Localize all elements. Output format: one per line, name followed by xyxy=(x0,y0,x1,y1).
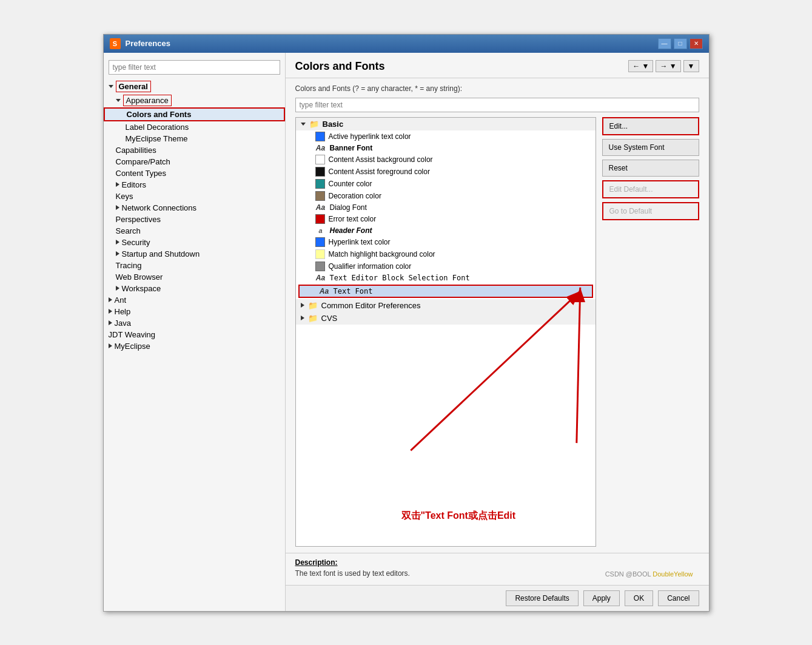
sidebar: General Appearance Colors and Fonts Labe… xyxy=(104,53,286,611)
category-label: Common Editor Preferences xyxy=(321,301,421,310)
scroll-left-btn[interactable]: ◀ xyxy=(296,546,304,547)
sidebar-search-input[interactable] xyxy=(109,60,280,75)
maximize-button[interactable]: □ xyxy=(674,38,687,49)
sidebar-item-keys[interactable]: Keys xyxy=(104,191,285,202)
sidebar-item-label-decorations[interactable]: Label Decorations xyxy=(104,121,285,133)
fonts-tree-inner[interactable]: 📁 Basic Active hyperlink text color Aa xyxy=(296,118,596,546)
sidebar-item-label: Content Types xyxy=(116,169,167,178)
back-button[interactable]: ← ▼ xyxy=(628,60,653,72)
font-text-selected[interactable]: Aa Text Font xyxy=(298,285,593,298)
sidebar-item-java[interactable]: Java xyxy=(104,317,285,329)
main-header: Colors and Fonts ← ▼ → ▼ ▼ xyxy=(286,53,709,78)
preferences-window: S Preferences — □ ✕ General Appearance xyxy=(103,34,710,612)
go-to-default-button[interactable]: Go to Default xyxy=(602,202,699,220)
font-banner[interactable]: Aa Banner Font xyxy=(296,143,596,154)
sidebar-item-ant[interactable]: Ant xyxy=(104,294,285,306)
color-preview xyxy=(315,191,325,201)
menu-button[interactable]: ▼ xyxy=(683,60,699,72)
sidebar-item-label: Ant xyxy=(115,295,127,305)
font-search-input[interactable] xyxy=(295,98,699,112)
main-panel: Colors and Fonts ← ▼ → ▼ ▼ Colors and Fo… xyxy=(286,53,709,611)
item-label: Header Font xyxy=(330,226,372,235)
category-label: Basic xyxy=(323,120,344,129)
forward-button[interactable]: → ▼ xyxy=(656,60,680,72)
minimize-button[interactable]: — xyxy=(658,38,671,49)
color-preview xyxy=(315,262,325,271)
item-label: Error text color xyxy=(329,215,377,223)
sidebar-item-label: MyEclipse Theme xyxy=(126,134,188,143)
sidebar-item-tracing[interactable]: Tracing xyxy=(104,260,285,271)
sidebar-item-myeclipse-theme[interactable]: MyEclipse Theme xyxy=(104,133,285,144)
sidebar-item-search[interactable]: Search xyxy=(104,225,285,237)
folder-icon: 📁 xyxy=(309,120,319,129)
sidebar-item-network[interactable]: Network Connections xyxy=(104,202,285,214)
item-label: Match highlight background color xyxy=(329,250,435,258)
sidebar-item-capabilities[interactable]: Capabilities xyxy=(104,144,285,156)
sidebar-item-web-browser[interactable]: Web Browser xyxy=(104,271,285,283)
font-type-icon: a xyxy=(315,227,326,234)
color-active-hyperlink[interactable]: Active hyperlink text color xyxy=(296,130,596,143)
color-preview xyxy=(315,132,325,141)
restore-defaults-button[interactable]: Restore Defaults xyxy=(506,590,578,606)
sidebar-item-label: Security xyxy=(122,238,150,247)
action-buttons: Edit... Use System Font Reset Edit Defau… xyxy=(602,117,699,547)
use-system-font-button[interactable]: Use System Font xyxy=(602,139,699,156)
sidebar-item-colors-fonts[interactable]: Colors and Fonts xyxy=(104,107,285,121)
description-heading: Description: xyxy=(295,558,699,567)
reset-button[interactable]: Reset xyxy=(602,160,699,177)
item-label: Active hyperlink text color xyxy=(329,132,411,141)
fonts-tree-panel: 📁 Basic Active hyperlink text color Aa xyxy=(295,117,596,547)
sidebar-item-startup[interactable]: Startup and Shutdown xyxy=(104,248,285,260)
sidebar-item-editors[interactable]: Editors xyxy=(104,179,285,191)
color-decoration[interactable]: Decoration color xyxy=(296,190,596,202)
sidebar-item-jdt-weaving[interactable]: JDT Weaving xyxy=(104,329,285,340)
scroll-right-btn[interactable]: ▶ xyxy=(587,546,596,547)
item-label: Text Editor Block Selection Font xyxy=(330,274,470,282)
color-counter[interactable]: Counter color xyxy=(296,178,596,190)
expand-icon xyxy=(109,309,112,314)
content-area: General Appearance Colors and Fonts Labe… xyxy=(104,53,709,611)
cancel-button[interactable]: Cancel xyxy=(658,590,699,606)
expand-icon xyxy=(109,85,113,88)
apply-button[interactable]: Apply xyxy=(583,590,620,606)
expand-icon xyxy=(116,286,119,291)
font-header[interactable]: a Header Font xyxy=(296,225,596,236)
color-content-assist-bg[interactable]: Content Assist background color xyxy=(296,154,596,166)
color-content-assist-fg[interactable]: Content Assist foreground color xyxy=(296,166,596,178)
cvs-category[interactable]: 📁 CVS xyxy=(296,312,596,325)
sidebar-item-security[interactable]: Security xyxy=(104,237,285,248)
edit-default-button[interactable]: Edit Default... xyxy=(602,180,699,198)
horizontal-scrollbar[interactable]: ◀ ▶ xyxy=(296,546,596,547)
sidebar-item-compare-patch[interactable]: Compare/Patch xyxy=(104,156,285,167)
color-qualifier[interactable]: Qualifier information color xyxy=(296,260,596,272)
expand-icon xyxy=(109,343,112,348)
sidebar-item-perspectives[interactable]: Perspectives xyxy=(104,214,285,225)
sidebar-item-workspace[interactable]: Workspace xyxy=(104,283,285,294)
sidebar-item-help[interactable]: Help xyxy=(104,306,285,317)
basic-category[interactable]: 📁 Basic xyxy=(296,118,596,130)
color-preview xyxy=(315,155,325,164)
category-expand-icon xyxy=(301,123,306,126)
sidebar-item-label: Compare/Patch xyxy=(116,157,170,166)
close-button[interactable]: ✕ xyxy=(690,38,703,49)
sidebar-item-label: JDT Weaving xyxy=(109,330,156,339)
edit-button[interactable]: Edit... xyxy=(602,117,699,135)
color-hyperlink[interactable]: Hyperlink text color xyxy=(296,236,596,248)
font-text-editor-block[interactable]: Aa Text Editor Block Selection Font xyxy=(296,272,596,283)
ok-button[interactable]: OK xyxy=(625,590,653,606)
category-expand-icon xyxy=(301,316,304,320)
main-body: Colors and Fonts (? = any character, * =… xyxy=(286,78,709,553)
color-match-highlight[interactable]: Match highlight background color xyxy=(296,248,596,260)
color-error[interactable]: Error text color xyxy=(296,213,596,225)
sidebar-item-label: Tracing xyxy=(116,261,142,270)
item-label: Dialog Font xyxy=(330,203,367,212)
common-editor-category[interactable]: 📁 Common Editor Preferences xyxy=(296,299,596,312)
panel-title: Colors and Fonts xyxy=(295,60,385,73)
sidebar-item-content-types[interactable]: Content Types xyxy=(104,167,285,179)
sidebar-item-general[interactable]: General xyxy=(104,79,285,93)
sidebar-item-myeclipse-root[interactable]: MyEclipse xyxy=(104,340,285,352)
font-dialog[interactable]: Aa Dialog Font xyxy=(296,202,596,213)
sidebar-item-label: Keys xyxy=(116,192,133,201)
sidebar-item-appearance[interactable]: Appearance xyxy=(104,93,285,107)
item-label: Text Font xyxy=(334,287,373,295)
